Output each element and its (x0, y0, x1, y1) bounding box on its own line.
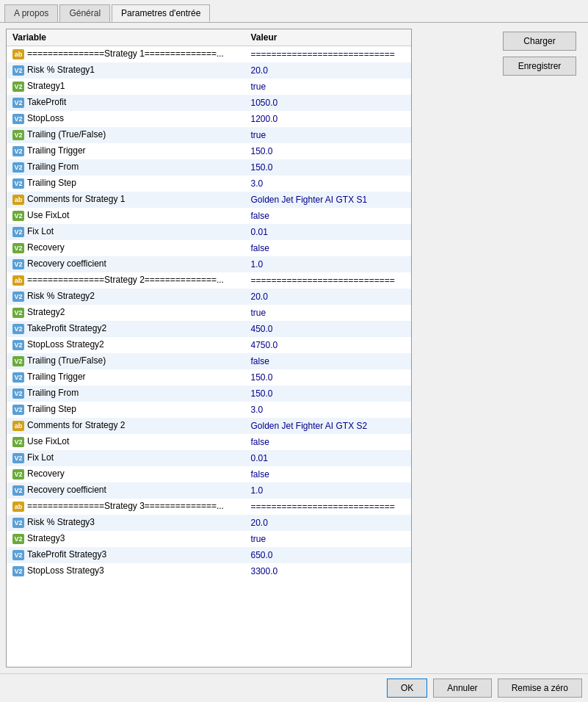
table-row[interactable]: abComments for Strategy 1Golden Jet Figh… (7, 192, 411, 208)
table-row[interactable]: ab===============Strategy 3=============… (7, 499, 411, 515)
table-row[interactable]: V2Trailing From150.0 (7, 159, 411, 176)
table-row[interactable]: V2Trailing Step3.0 (7, 176, 411, 192)
table-row[interactable]: V2Risk % Strategy120.0 (7, 62, 411, 79)
variable-cell: V2Strategy3 (7, 531, 244, 547)
table-row[interactable]: V2Strategy2true (7, 305, 411, 321)
variable-text: Strategy3 (27, 533, 65, 543)
type-badge: V2 (12, 469, 24, 480)
value-cell: true (244, 79, 411, 95)
type-badge: V2 (12, 146, 24, 156)
type-badge: V2 (12, 65, 24, 76)
variable-text: Recovery (27, 468, 65, 479)
table-row[interactable]: V2Recovery coefficient1.0 (7, 256, 411, 272)
variable-cell: V2Use FixLot (7, 434, 244, 450)
value-cell: 4750.0 (244, 337, 411, 353)
type-badge: V2 (12, 98, 24, 108)
side-buttons: Charger Enregistrer (503, 29, 582, 667)
tab-apropos[interactable]: A propos (4, 4, 58, 22)
variable-text: Recovery (27, 242, 65, 253)
enregistrer-button[interactable]: Enregistrer (503, 57, 576, 76)
table-row[interactable]: V2Strategy1true (7, 79, 411, 95)
variable-text: Risk % Strategy2 (27, 291, 95, 301)
tab-parametres[interactable]: Parametres d'entrée (112, 4, 210, 22)
variable-cell: V2Recovery coefficient (7, 482, 244, 499)
window: A propos Général Parametres d'entrée Var… (0, 0, 588, 702)
remise-button[interactable]: Remise a zéro (498, 679, 582, 698)
variable-text: Trailing From (27, 162, 79, 172)
type-badge: V2 (12, 292, 24, 302)
type-badge: V2 (12, 211, 24, 221)
variable-text: Risk % Strategy3 (27, 517, 95, 527)
value-cell: 150.0 (244, 143, 411, 159)
value-cell: 3.0 (244, 176, 411, 192)
variable-text: Trailing From (27, 388, 79, 398)
table-row[interactable]: V2Recoveryfalse (7, 240, 411, 256)
type-badge: ab (12, 421, 24, 431)
table-row[interactable]: V2Risk % Strategy320.0 (7, 515, 411, 531)
variable-cell: V2Trailing Step (7, 176, 244, 192)
table-row[interactable]: V2TakeProfit Strategy2450.0 (7, 321, 411, 337)
variable-text: Recovery coefficient (27, 258, 106, 269)
variable-text: Comments for Strategy 1 (27, 194, 125, 204)
variable-cell: V2Trailing (True/False) (7, 127, 244, 143)
table-row[interactable]: V2Trailing (True/False)true (7, 127, 411, 143)
variable-cell: V2Use FixLot (7, 208, 244, 224)
variable-text: ===============Strategy 3==============.… (27, 501, 224, 511)
variable-text: Risk % Strategy1 (27, 65, 95, 75)
value-cell: ============================ (244, 272, 411, 289)
table-row[interactable]: V2TakeProfit Strategy3650.0 (7, 547, 411, 563)
table-container[interactable]: Variable Valeur ab===============Strateg… (6, 29, 412, 667)
type-badge: V2 (12, 518, 24, 528)
variable-text: Use FixLot (27, 436, 69, 446)
variable-text: Recovery coefficient (27, 485, 106, 495)
table-row[interactable]: V2Recoveryfalse (7, 466, 411, 482)
charger-button[interactable]: Charger (503, 32, 576, 51)
value-cell: Golden Jet Fighter AI GTX S2 (244, 418, 411, 434)
tab-bar: A propos Général Parametres d'entrée (0, 0, 588, 23)
table-row[interactable]: V2Trailing Trigger150.0 (7, 143, 411, 159)
ok-button[interactable]: OK (387, 679, 427, 698)
value-cell: false (244, 240, 411, 256)
value-cell: 1050.0 (244, 95, 411, 111)
table-row[interactable]: V2Fix Lot0.01 (7, 450, 411, 466)
annuler-button[interactable]: Annuler (433, 679, 491, 698)
variable-cell: V2Trailing From (7, 386, 244, 402)
variable-cell: V2TakeProfit Strategy3 (7, 547, 244, 563)
table-row[interactable]: abComments for Strategy 2Golden Jet Figh… (7, 418, 411, 434)
table-row[interactable]: V2StopLoss Strategy33300.0 (7, 563, 411, 579)
table-row[interactable]: V2Use FixLotfalse (7, 434, 411, 450)
table-row[interactable]: V2Recovery coefficient1.0 (7, 482, 411, 499)
variable-cell: V2StopLoss (7, 111, 244, 127)
table-row[interactable]: V2Trailing From150.0 (7, 386, 411, 402)
variable-cell: V2StopLoss Strategy2 (7, 337, 244, 353)
variable-text: Trailing Step (27, 178, 76, 188)
table-row[interactable]: V2Trailing (True/False)false (7, 353, 411, 369)
type-badge: V2 (12, 259, 24, 269)
table-row[interactable]: V2Fix Lot0.01 (7, 224, 411, 240)
value-cell: 450.0 (244, 321, 411, 337)
table-row[interactable]: V2Use FixLotfalse (7, 208, 411, 224)
table-row[interactable]: V2Strategy3true (7, 531, 411, 547)
value-cell: 1200.0 (244, 111, 411, 127)
value-cell: 20.0 (244, 62, 411, 79)
variable-text: StopLoss Strategy2 (27, 339, 104, 350)
table-row[interactable]: V2Risk % Strategy220.0 (7, 289, 411, 305)
value-cell: ============================ (244, 499, 411, 515)
variable-text: Trailing Step (27, 404, 76, 414)
table-row[interactable]: V2StopLoss1200.0 (7, 111, 411, 127)
table-row[interactable]: ab===============Strategy 1=============… (7, 46, 411, 62)
type-badge: V2 (12, 566, 24, 576)
type-badge: V2 (12, 162, 24, 173)
table-row[interactable]: V2Trailing Step3.0 (7, 402, 411, 418)
table-row[interactable]: V2StopLoss Strategy24750.0 (7, 337, 411, 353)
value-cell: 3300.0 (244, 563, 411, 579)
tab-general[interactable]: Général (59, 4, 110, 22)
value-cell: false (244, 353, 411, 369)
variable-text: Use FixLot (27, 210, 69, 220)
variable-cell: V2Fix Lot (7, 450, 244, 466)
value-cell: 20.0 (244, 515, 411, 531)
table-row[interactable]: V2Trailing Trigger150.0 (7, 369, 411, 386)
variable-text: Strategy2 (27, 307, 65, 317)
table-row[interactable]: V2TakeProfit1050.0 (7, 95, 411, 111)
table-row[interactable]: ab===============Strategy 2=============… (7, 272, 411, 289)
